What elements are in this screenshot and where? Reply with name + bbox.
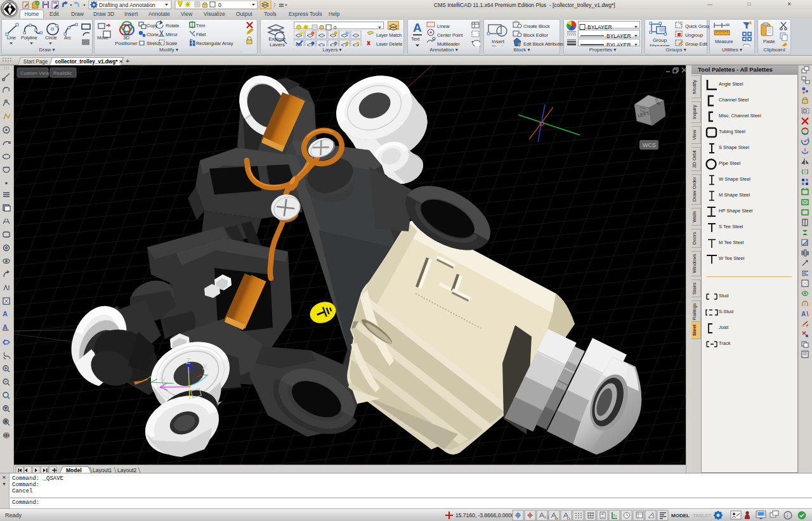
svg-text:A: A xyxy=(3,323,8,331)
svg-text:Realistic: Realistic xyxy=(53,70,72,76)
svg-text:0: 0 xyxy=(334,25,337,30)
svg-text:TABLET: TABLET xyxy=(693,513,712,518)
svg-text:A: A xyxy=(3,310,8,318)
svg-text:Y: Y xyxy=(160,376,166,385)
svg-text:X: X xyxy=(202,363,207,371)
svg-text:WCS: WCS xyxy=(643,142,656,148)
svg-text:1:1: 1:1 xyxy=(544,515,549,519)
svg-text:BYLAYER: BYLAYER xyxy=(587,24,612,30)
svg-text:15.7160, -3.8666,0.0000: 15.7160, -3.8666,0.0000 xyxy=(455,512,514,518)
svg-text:Drafting and Annotation: Drafting and Annotation xyxy=(99,2,155,8)
svg-text:Custom View: Custom View xyxy=(20,70,49,76)
svg-text:MODEL: MODEL xyxy=(671,513,690,518)
svg-text:Z: Z xyxy=(186,357,190,366)
svg-text:A: A xyxy=(801,311,806,318)
svg-text:BYLAYER: BYLAYER xyxy=(606,33,631,39)
svg-text:i: i xyxy=(787,513,788,518)
svg-text:0: 0 xyxy=(218,2,221,8)
